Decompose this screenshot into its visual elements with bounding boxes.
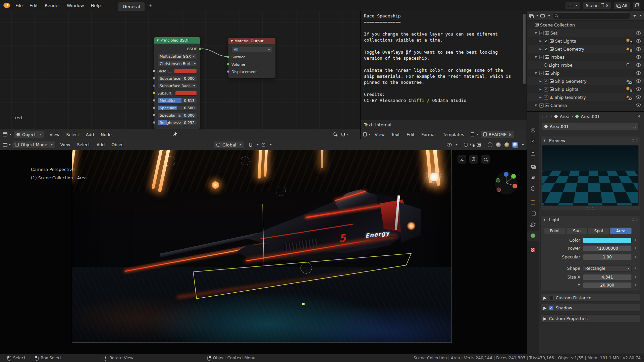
input-socket-icon[interactable] [227, 70, 230, 73]
outliner-row[interactable]: ▼✓Set [527, 29, 644, 37]
properties-editor[interactable]: Area Area.001 Area.001 ▼ Preview [527, 112, 644, 354]
outliner-item-label[interactable]: Ship Lights [555, 87, 578, 92]
input-socket-icon[interactable] [227, 55, 230, 58]
menu-item[interactable]: Edit [403, 132, 418, 137]
light-name-field[interactable]: Area.001 [542, 123, 639, 130]
hide-in-viewport-icon[interactable] [636, 31, 641, 35]
node-header[interactable]: ▼ Principled BSDF [154, 37, 200, 44]
scene-browse-dropdown[interactable] [565, 2, 580, 9]
shader-editor[interactable]: red ▼ Principled BSDF BSDF Multiscatter … [0, 11, 361, 139]
snapping-magnet-icon[interactable] [341, 133, 345, 136]
hide-in-viewport-icon[interactable] [636, 104, 641, 107]
outliner-item-label[interactable]: Scene Collection [540, 22, 575, 27]
hide-in-viewport-icon[interactable] [636, 79, 641, 83]
pin-icon[interactable] [172, 132, 177, 137]
menu-item[interactable]: Edit [26, 3, 41, 8]
shading-material-button[interactable] [504, 142, 510, 148]
collection-checkbox[interactable]: ✓ [539, 31, 544, 35]
menu-item[interactable]: Templates [439, 132, 468, 137]
outliner-item-label[interactable]: Ship Geometry [555, 79, 587, 84]
disclosure-icon[interactable]: ▶ [538, 80, 543, 83]
tab-render[interactable] [527, 136, 539, 146]
text-content[interactable]: Race Spaceship ============== If you cha… [364, 13, 511, 104]
input-socket-icon[interactable] [153, 121, 156, 124]
menu-item[interactable]: Render [41, 3, 63, 8]
show-gizmo-icon[interactable] [464, 143, 468, 147]
light-type-spot[interactable]: Spot [588, 228, 610, 234]
animate-dot-icon[interactable] [635, 256, 636, 258]
auto-render-icon[interactable] [333, 132, 337, 136]
hide-in-viewport-icon[interactable] [636, 39, 641, 43]
outliner-item-label[interactable]: Set Lights [555, 39, 576, 44]
animate-dot-icon[interactable] [635, 239, 636, 241]
tab-tool[interactable] [527, 125, 539, 135]
outliner-search[interactable] [552, 12, 631, 19]
menu-item[interactable]: Add [93, 142, 108, 147]
animate-dot-icon[interactable] [635, 284, 636, 286]
light-type-point[interactable]: Point [544, 228, 566, 234]
menu-item[interactable]: Help [88, 3, 104, 8]
menu-item[interactable]: Text [388, 132, 403, 137]
editor-type-icon[interactable] [363, 132, 367, 136]
value-slider[interactable]: Specular Ti:0.000 [157, 113, 197, 118]
navigation-gizmo[interactable] [494, 171, 518, 195]
disclosure-icon[interactable]: ▼ [543, 218, 547, 221]
viewport-canvas[interactable]: 5 Energy Camera Perspective (1) Sce [0, 150, 527, 354]
node-input-row[interactable]: Roughness:0.232 [157, 119, 197, 126]
subsurface-method-dropdown[interactable]: Christensen-Burl.. [157, 61, 197, 66]
node-input-row[interactable]: Displacement [231, 68, 272, 75]
collection-checkbox[interactable]: ✓ [539, 71, 544, 75]
disclosure-icon[interactable]: ▶ [538, 40, 543, 43]
size-y-field[interactable]: 20.000 [583, 282, 632, 288]
hide-in-viewport-icon[interactable] [636, 55, 641, 59]
outliner-row[interactable]: ▶✓Ship Geometry32 [527, 93, 644, 101]
drag-grip-icon[interactable] [632, 218, 637, 221]
tab-view-layer[interactable] [527, 161, 539, 171]
proportional-options-chevron[interactable] [270, 144, 272, 145]
custom-properties-panel[interactable]: ▶ Custom Properties [540, 314, 640, 322]
outliner-row[interactable]: ▶✓Set Lights7 [527, 37, 644, 45]
outliner-row[interactable]: Scene Collection [527, 21, 644, 29]
outliner-row[interactable]: ▶✓Ship Geometry32 [527, 77, 644, 85]
drag-grip-icon[interactable] [632, 139, 637, 142]
collapse-icon[interactable]: ▼ [231, 40, 233, 43]
tab-object[interactable] [527, 197, 539, 207]
node-input-row[interactable]: Surface [231, 54, 272, 60]
new-scene-icon[interactable] [601, 4, 603, 7]
outliner-item-label[interactable]: Camera [550, 103, 567, 108]
disclosure-icon[interactable]: ▼ [534, 56, 538, 59]
animate-dot-icon[interactable] [635, 247, 636, 249]
input-socket-icon[interactable] [153, 114, 156, 117]
unlink-text-icon[interactable] [508, 133, 512, 136]
bsdf-output-socket[interactable] [199, 47, 202, 50]
animate-dot-icon[interactable] [635, 267, 636, 269]
collection-checkbox[interactable]: ✓ [539, 55, 544, 59]
color-swatch[interactable] [175, 91, 197, 96]
text-datablock[interactable]: README [480, 131, 515, 138]
menu-item[interactable]: Add [83, 132, 97, 137]
tab-physics[interactable] [527, 220, 539, 230]
outliner-item-label[interactable]: Ship [550, 71, 559, 76]
shading-solid-button[interactable] [495, 142, 501, 148]
collapse-icon[interactable]: ▼ [157, 39, 159, 42]
editor-type-icon[interactable] [529, 14, 533, 17]
proportional-edit-icon[interactable] [262, 143, 265, 147]
node-input-row[interactable]: Base C.. [157, 68, 197, 74]
node-input-row[interactable]: Volume [231, 61, 272, 68]
light-color-swatch[interactable] [583, 237, 632, 243]
color-swatch[interactable] [174, 69, 197, 73]
new-view-layer-button[interactable] [633, 2, 641, 9]
object-visibility-icon[interactable] [447, 143, 452, 146]
menu-item[interactable]: Select [63, 132, 83, 137]
outliner-item-label[interactable]: Set [550, 31, 557, 36]
collection-checkbox[interactable]: ✓ [544, 79, 548, 83]
shader-type-dropdown[interactable]: Object [13, 131, 44, 138]
hide-in-viewport-icon[interactable] [636, 71, 641, 75]
menu-item[interactable]: Node [97, 132, 115, 137]
menu-item[interactable]: File [12, 3, 26, 8]
value-slider[interactable]: Roughness:0.232 [157, 120, 197, 125]
light-type-sun[interactable]: Sun [566, 228, 588, 234]
pin-id-icon[interactable] [637, 114, 641, 119]
new-text-icon[interactable] [471, 132, 474, 136]
input-socket-icon[interactable] [153, 69, 156, 72]
